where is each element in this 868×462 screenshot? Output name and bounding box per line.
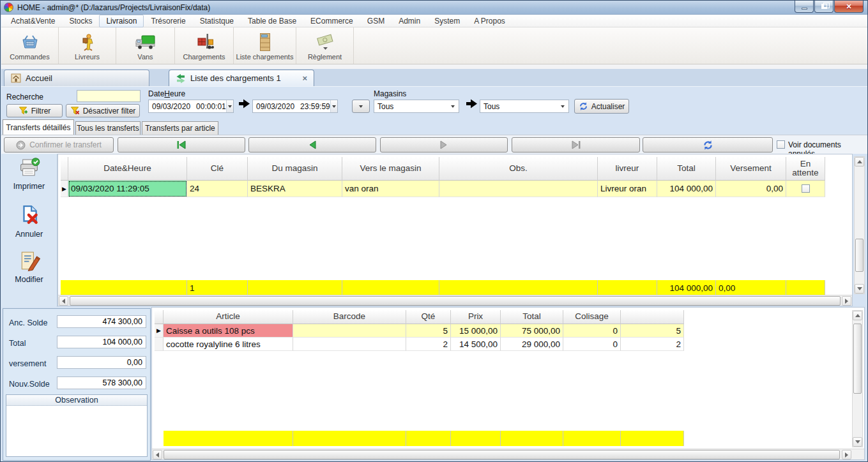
cell-cle[interactable]: 24 <box>187 181 248 197</box>
nouv-solde-field[interactable]: 578 300,00 <box>57 376 146 389</box>
restore-button[interactable] <box>814 1 834 13</box>
menu-item-tresorerie[interactable]: Trésorerie <box>144 15 192 27</box>
voir-documents-annules-checkbox[interactable] <box>777 140 785 149</box>
date-from-dropdown-button[interactable] <box>226 100 233 112</box>
actualiser-button[interactable]: Actualiser <box>574 99 629 114</box>
anc-solde-field[interactable]: 474 300,00 <box>57 315 146 328</box>
menu-item-table-de-base[interactable]: Table de Base <box>241 15 303 27</box>
first-record-button[interactable] <box>118 137 245 153</box>
magasin-to-select[interactable]: Tous <box>480 100 569 113</box>
cell-qte[interactable]: 2 <box>406 338 451 351</box>
col-header-article[interactable]: Article <box>164 310 293 324</box>
scroll-left-icon[interactable] <box>59 296 68 306</box>
magasins-dropdown-button[interactable] <box>352 100 370 113</box>
versement-field[interactable]: 0,00 <box>57 356 146 369</box>
liste-chargements-button[interactable]: Liste chargements <box>234 27 296 64</box>
cell-obs[interactable] <box>439 181 598 197</box>
menu-item-system[interactable]: System <box>427 15 467 27</box>
articles-vscrollbar[interactable] <box>852 310 863 447</box>
menu-item-statistque[interactable]: Statistque <box>193 15 241 27</box>
menu-item-admin[interactable]: Admin <box>392 15 427 27</box>
cell-prix[interactable]: 14 500,00 <box>451 338 501 351</box>
date-from-picker[interactable]: 09/03/2020 00:00:01 <box>148 100 234 113</box>
article-table-row[interactable]: cocotte royalyline 6 litres 2 14 500,00 … <box>155 338 684 351</box>
recherche-input[interactable] <box>77 90 141 102</box>
menu-item-ecommerce[interactable]: ECommerce <box>303 15 360 27</box>
scroll-up-icon[interactable] <box>855 157 864 167</box>
cell-total[interactable]: 75 000,00 <box>501 324 563 338</box>
date-to-dropdown-button[interactable] <box>330 100 337 112</box>
menu-item-stocks[interactable]: Stocks <box>62 15 99 27</box>
cell-vers-le-magasin[interactable]: van oran <box>342 181 439 197</box>
cell-barcode[interactable] <box>293 338 406 351</box>
tab-accueil[interactable]: Accueil <box>4 70 149 86</box>
cell-prix[interactable]: 15 000,00 <box>451 324 501 338</box>
cell-barcode[interactable] <box>293 324 406 338</box>
transfer-table-row[interactable]: ▶ 09/03/2020 11:29:05 24 BESKRA van oran… <box>61 181 825 197</box>
col-header-livreur[interactable]: livreur <box>598 157 657 181</box>
menu-item-gsm[interactable]: GSM <box>360 15 392 27</box>
cell-colisage[interactable]: 0 <box>563 338 621 351</box>
desactiver-filter-button[interactable]: Désactiver filter <box>66 104 140 117</box>
imprimer-button[interactable]: Imprimer <box>1 158 57 191</box>
cell-colisage[interactable]: 0 <box>563 324 621 338</box>
col-header-qte[interactable]: Qté <box>406 310 451 324</box>
col-header-en-attente[interactable]: En attente <box>786 157 825 181</box>
transfers-vscrollbar[interactable] <box>854 156 865 294</box>
close-button[interactable]: ✕ <box>834 1 864 13</box>
vscroll-thumb[interactable] <box>855 239 864 272</box>
col-header-barcode[interactable]: Barcode <box>293 310 406 324</box>
hscroll-thumb[interactable] <box>70 296 841 306</box>
chargements-button[interactable]: Chargements <box>175 27 234 64</box>
modifier-button[interactable]: Modifier <box>1 250 57 284</box>
col-header-total[interactable]: Total <box>657 157 716 181</box>
refresh-records-button[interactable] <box>643 137 773 153</box>
cell-total[interactable]: 104 000,00 <box>657 181 716 197</box>
en-attente-checkbox[interactable] <box>802 184 810 193</box>
scroll-left-icon[interactable] <box>153 450 162 459</box>
scroll-right-icon[interactable] <box>842 450 851 459</box>
vscroll-thumb[interactable] <box>853 324 862 394</box>
menu-item-a-propos[interactable]: A Propos <box>467 15 512 27</box>
tab-liste-des-chargements[interactable]: Liste des chargements 1 × <box>169 70 314 86</box>
col-header-vers-le-magasin[interactable]: Vers le magasin <box>342 157 439 181</box>
last-record-button[interactable] <box>512 137 640 153</box>
cell-extra[interactable]: 2 <box>621 338 684 351</box>
minimize-button[interactable] <box>795 1 814 13</box>
magasin-from-select[interactable]: Tous <box>374 100 459 113</box>
commandes-button[interactable]: Commandes <box>1 27 59 64</box>
scroll-right-icon[interactable] <box>842 296 851 306</box>
vans-button[interactable]: Vans <box>116 27 175 64</box>
cell-article[interactable]: Caisse a outils 108 pcs <box>164 324 293 338</box>
filtrer-button[interactable]: Filtrer <box>6 104 63 117</box>
col-header-colisage[interactable]: Colisage <box>563 310 621 324</box>
next-record-button[interactable] <box>380 137 508 153</box>
cell-article[interactable]: cocotte royalyline 6 litres <box>164 338 293 351</box>
col-header-prix[interactable]: Prix <box>451 310 501 324</box>
article-table-row[interactable]: ▶ Caisse a outils 108 pcs 5 15 000,00 75… <box>155 324 684 338</box>
subtab-tous-les-transferts[interactable]: Tous les transferts <box>75 121 141 135</box>
cell-extra[interactable]: 5 <box>621 324 684 338</box>
reglement-button[interactable]: Règlement <box>296 27 354 64</box>
col-header-cle[interactable]: Clé <box>187 157 248 181</box>
col-header-extra[interactable] <box>621 310 684 324</box>
title-bar[interactable]: HOME - admin@* (D:/lazarus/Projects/Livr… <box>1 1 867 15</box>
menu-item-achat-vente[interactable]: Achat&Vente <box>4 15 62 27</box>
annuler-button[interactable]: Annuler <box>1 205 57 239</box>
tab-close-icon[interactable]: × <box>296 73 307 83</box>
date-to-picker[interactable]: 09/03/2020 23:59:59 <box>252 100 338 113</box>
scroll-down-icon[interactable] <box>853 437 862 447</box>
livreurs-button[interactable]: Livreurs <box>59 27 116 64</box>
articles-hscrollbar[interactable] <box>152 449 864 459</box>
col-header-versement[interactable]: Versement <box>716 157 786 181</box>
confirmer-transfert-button[interactable]: Confirmer le transfert <box>4 137 114 153</box>
previous-record-button[interactable] <box>248 137 376 153</box>
subtab-transferts-detailles[interactable]: Transferts détaillés <box>3 119 74 135</box>
col-header-total[interactable]: Total <box>501 310 563 324</box>
observation-textarea[interactable] <box>6 406 147 456</box>
cell-qte[interactable]: 5 <box>406 324 451 338</box>
menu-item-livraison[interactable]: Livraison <box>99 15 144 27</box>
col-header-date-heure[interactable]: Date&Heure <box>68 157 187 181</box>
col-header-du-magasin[interactable]: Du magasin <box>248 157 342 181</box>
cell-versement[interactable]: 0,00 <box>716 181 786 197</box>
